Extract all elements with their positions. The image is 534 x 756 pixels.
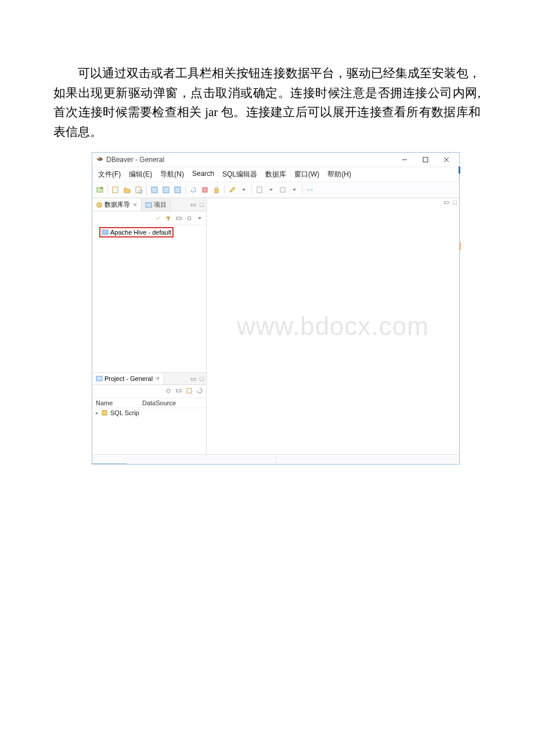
menu-search[interactable]: Search [189,168,218,181]
navigator-tree[interactable]: Apache Hive - default [92,225,206,372]
svg-rect-3 [423,157,428,162]
project-columns: Name DataSource [92,398,206,408]
hive-icon [102,229,109,235]
tx-mode-icon[interactable] [172,185,183,195]
menu-database[interactable]: 数据库 [262,168,290,181]
perspective-icon[interactable] [305,185,315,195]
edit-icon[interactable] [227,185,237,195]
lock-icon[interactable] [211,185,222,195]
maximize-button[interactable] [415,153,436,167]
svg-rect-13 [151,187,157,193]
project-tab-label: Project - General [104,375,153,382]
svg-rect-32 [96,376,102,381]
commit-icon[interactable] [149,185,160,195]
dropdown-1-icon[interactable] [239,185,249,195]
svg-marker-31 [198,217,201,219]
svg-rect-9 [113,187,118,193]
dropdown-3-icon[interactable] [289,185,300,195]
proj-refresh-icon[interactable] [195,386,204,395]
tab-project-general[interactable]: Project - General ✕ [92,373,164,384]
menu-help[interactable]: 帮助(H) [324,168,355,181]
sql-scripts-icon [101,409,108,416]
col-ds-label: DataSource [142,399,176,406]
proj-collapse-icon[interactable] [174,386,183,395]
tab-proj-label: 项目 [154,200,167,209]
project-item-label: SQL Scrip [110,409,139,416]
editor-min-icon[interactable]: ▭ [443,199,449,206]
app-icon [96,156,104,164]
menu-navigate[interactable]: 导航(N) [157,168,187,181]
editor-max-icon[interactable]: □ [453,199,457,206]
minimize-button[interactable] [394,153,415,167]
menu-window[interactable]: 窗口(W) [291,168,323,181]
rollback-icon[interactable] [161,185,171,195]
menu-file[interactable]: 文件(F) [95,168,124,181]
dropdown-2-icon[interactable] [266,185,276,195]
svg-rect-20 [257,187,262,193]
new-connection-icon[interactable] [95,185,105,195]
svg-rect-14 [163,187,169,193]
status-bar: ⋮ [92,454,459,464]
left-column: 数据库导 ✕ 项目 ▭ □ [92,199,207,454]
svg-rect-25 [311,189,313,191]
connection-item[interactable]: Apache Hive - default [99,227,174,237]
svg-rect-36 [102,411,107,415]
svg-rect-29 [176,217,181,219]
menu-bar: 文件(F) 编辑(E) 导航(N) Search SQL编辑器 数据库 窗口(W… [92,167,459,182]
refresh-icon[interactable] [188,185,199,195]
link-icon[interactable] [153,214,162,222]
navigator-toolbar [92,211,206,225]
content-area: 数据库导 ✕ 项目 ▭ □ [92,198,459,454]
tab-projects[interactable]: 项目 [142,199,171,211]
svg-point-30 [187,217,191,220]
close-button[interactable] [436,153,457,167]
menu-dropdown-icon[interactable] [195,214,204,222]
svg-marker-10 [124,188,130,193]
tab-database-navigator[interactable]: 数据库导 ✕ [92,199,142,211]
project-icon [145,201,152,208]
project-tree[interactable]: ▸ SQL Scrip [92,408,206,417]
stop-icon[interactable] [200,185,210,195]
svg-rect-35 [187,388,192,393]
menu-sql[interactable]: SQL编辑器 [219,168,261,181]
tab-db-label: 数据库导 [104,200,130,209]
filter-icon[interactable] [164,214,172,222]
script-icon[interactable] [254,185,265,195]
window-title: DBeaver - General [106,156,164,164]
new-sql-icon[interactable] [110,185,121,195]
proj-min-icon[interactable]: ▭ [190,375,196,383]
proj-config-icon[interactable] [164,386,172,395]
tab-close-icon[interactable]: ✕ [133,202,138,208]
svg-marker-19 [242,189,246,191]
config-icon[interactable] [185,214,193,222]
project-tree-item[interactable]: ▸ SQL Scrip [96,409,203,416]
proj-tab-close-icon[interactable]: ✕ [156,376,160,381]
proj-link-icon[interactable] [185,386,193,395]
svg-point-33 [167,389,170,393]
title-bar: DBeaver - General [92,153,459,167]
connection-label: Apache Hive - default [110,229,171,236]
dbeaver-window: DBeaver - General 文件(F) 编辑(E) 导航(N) Sear… [92,152,460,465]
project-tab-icon [96,375,103,382]
watermark-text: www.bdocx.com [237,312,429,341]
bottom-accent [92,463,127,465]
view-max-icon[interactable]: □ [200,201,204,208]
editor-area: ▭ □ www.bdocx.com [207,199,459,454]
svg-point-1 [98,158,99,159]
menu-edit[interactable]: 编辑(E) [125,168,156,181]
svg-rect-22 [280,188,285,192]
collapse-icon[interactable] [174,214,183,222]
view-min-icon[interactable]: ▭ [190,201,196,208]
svg-rect-16 [203,188,207,192]
recent-sql-icon[interactable] [134,185,144,195]
navigator-tabs: 数据库导 ✕ 项目 ▭ □ [92,199,206,211]
proj-max-icon[interactable]: □ [200,375,204,383]
col-name-label: Name [96,399,142,406]
open-sql-icon[interactable] [122,185,132,195]
document-paragraph: 可以通过双击或者工具栏相关按钮连接数据平台，驱动已经集成至安装包，如果出现更新驱… [0,0,534,152]
svg-marker-28 [166,217,171,221]
export-icon[interactable] [277,185,288,195]
svg-marker-18 [230,187,235,192]
expand-caret-icon[interactable]: ▸ [96,410,99,416]
svg-point-0 [97,157,103,161]
